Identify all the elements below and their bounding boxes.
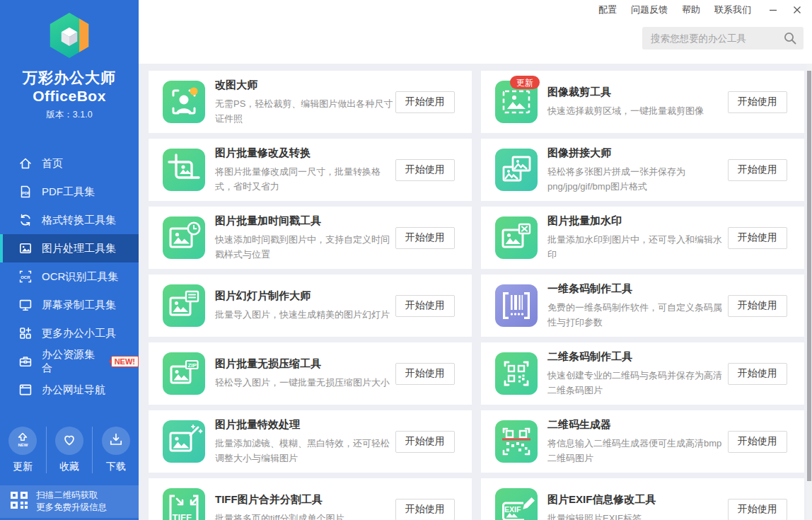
qr-code-icon bbox=[8, 490, 30, 514]
tool-desc: 将信息输入二维码生成器便可生成高清bmp二维码图片 bbox=[547, 436, 728, 466]
menu-item-1[interactable]: 问题反馈 bbox=[631, 4, 668, 16]
tool-desc: 快速创建专业的二维码与条码并保存为高清二维条码图片 bbox=[547, 368, 728, 398]
qr-generate-icon bbox=[495, 420, 538, 463]
id-photo-icon bbox=[163, 81, 205, 123]
timestamp-icon bbox=[163, 216, 205, 259]
sidebar-item-label: 办公资源集合 bbox=[42, 348, 95, 375]
svg-text:PDF: PDF bbox=[22, 191, 30, 195]
tool-card: 二维条码制作工具 快速创建专业的二维码与条码并保存为高清二维条码图片 开始使用 bbox=[481, 342, 804, 405]
minimize-button[interactable] bbox=[768, 5, 778, 15]
start-button[interactable]: 开始使用 bbox=[395, 227, 455, 249]
heart-action[interactable]: 收藏 bbox=[46, 427, 93, 473]
start-button[interactable]: 开始使用 bbox=[728, 295, 787, 317]
tool-card: 改图大师 无需PS，轻松裁剪、编辑图片做出各种尺寸证件照 开始使用 bbox=[149, 71, 472, 133]
start-button[interactable]: 开始使用 bbox=[395, 295, 455, 317]
start-button[interactable]: 开始使用 bbox=[395, 363, 455, 385]
action-label: 收藏 bbox=[47, 461, 93, 473]
tool-desc: 轻松导入图片，一键批量无损压缩图片大小 bbox=[215, 375, 395, 390]
app-subtitle: OfficeBox bbox=[0, 88, 139, 105]
action-label: 下载 bbox=[93, 461, 139, 473]
top-menu: 配置问题反馈帮助联系我们 bbox=[598, 4, 802, 16]
search-input[interactable] bbox=[642, 33, 782, 44]
officebox-logo bbox=[47, 11, 91, 59]
heart-icon bbox=[61, 431, 78, 451]
sidebar-item-label: 办公网址导航 bbox=[42, 383, 105, 397]
tool-card: ZIP 图片批量无损压缩工具 轻松导入图片，一键批量无损压缩图片大小 开始使用 bbox=[149, 342, 472, 405]
tool-title: 图片批量加水印 bbox=[547, 214, 728, 228]
tool-card: 图片幻灯片制作大师 批量导入图片，快速生成精美的图片幻灯片 开始使用 bbox=[149, 275, 472, 337]
sidebar-item-ocr[interactable]: OCR OCR识别工具集 bbox=[0, 262, 139, 291]
download-action[interactable]: 下载 bbox=[92, 427, 139, 473]
tool-title: 二维码生成器 bbox=[547, 418, 728, 432]
sidebar-item-label: 更多办公小工具 bbox=[42, 327, 116, 340]
start-button[interactable]: 开始使用 bbox=[728, 363, 787, 385]
update-icon: NEW bbox=[14, 431, 31, 451]
search-icon[interactable] bbox=[782, 30, 798, 46]
tool-desc: 无需PS，轻松裁剪、编辑图片做出各种尺寸证件照 bbox=[215, 96, 395, 126]
sidebar-item-label: 图片处理工具集 bbox=[42, 242, 116, 255]
svg-text:ZIP: ZIP bbox=[187, 362, 197, 369]
sidebar-item-browser[interactable]: 办公网址导航 bbox=[0, 376, 139, 404]
home-icon bbox=[18, 156, 33, 171]
start-button[interactable]: 开始使用 bbox=[728, 159, 787, 181]
sidebar-actions: NEW 更新 收藏 下载 bbox=[0, 427, 139, 473]
tool-title: 图像裁剪工具 bbox=[547, 86, 728, 99]
start-button[interactable]: 开始使用 bbox=[728, 499, 787, 520]
stitch-icon bbox=[495, 149, 538, 191]
svg-text:EXIF: EXIF bbox=[504, 505, 521, 514]
sidebar-item-more[interactable]: 更多办公小工具 bbox=[0, 319, 139, 347]
tool-desc: 批量将多页的tiff分割成单个图片 bbox=[215, 511, 395, 520]
update-action[interactable]: NEW 更新 bbox=[0, 427, 46, 473]
search-box bbox=[642, 27, 804, 50]
tool-desc: 批量编辑照片EXIF标签 bbox=[547, 511, 728, 520]
watermark-icon bbox=[495, 216, 538, 259]
tool-card: 图像拼接大师 轻松将多张图片拼成一张并保存为png/jpg/gif/bmp图片格… bbox=[481, 139, 804, 201]
tool-desc: 免费的一维条码制作软件，可自定义条码属性与打印参数 bbox=[547, 300, 728, 330]
start-button[interactable]: 开始使用 bbox=[728, 227, 787, 249]
scrollbar-track[interactable] bbox=[806, 64, 812, 520]
close-button[interactable] bbox=[792, 5, 802, 15]
sidebar-item-convert[interactable]: 格式转换工具集 bbox=[0, 206, 139, 234]
menu-item-0[interactable]: 配置 bbox=[598, 4, 617, 16]
qr-text-line2: 更多免费升级信息 bbox=[36, 502, 107, 514]
image-icon bbox=[18, 241, 33, 255]
menu-item-3[interactable]: 联系我们 bbox=[714, 4, 751, 16]
qr-make-icon bbox=[495, 352, 538, 395]
sidebar-item-home[interactable]: 首页 bbox=[0, 149, 139, 178]
tool-card: 图片批量特效处理 批量添加滤镜、模糊、黑白特效，还可轻松调整大小与编辑图片 开始… bbox=[149, 410, 472, 473]
sidebar-item-screen[interactable]: 屏幕录制工具集 bbox=[0, 291, 139, 319]
sidebar: 万彩办公大师 OfficeBox 版本：3.1.0 首页 PDF PDF工具集 … bbox=[0, 0, 139, 520]
tool-card: TIFF TIFF图片合并分割工具 批量将多页的tiff分割成单个图片 开始使用 bbox=[149, 478, 472, 520]
tool-title: 图片批量特效处理 bbox=[215, 418, 395, 432]
sidebar-item-label: PDF工具集 bbox=[42, 185, 95, 199]
tool-desc: 批量添加水印到图片中，还可导入和编辑水印 bbox=[547, 232, 728, 262]
pdf-icon: PDF bbox=[18, 185, 33, 199]
scrollbar-thumb[interactable] bbox=[807, 71, 811, 481]
start-button[interactable]: 开始使用 bbox=[395, 499, 455, 520]
sidebar-item-pdf[interactable]: PDF PDF工具集 bbox=[0, 178, 139, 206]
start-button[interactable]: 开始使用 bbox=[395, 431, 455, 453]
sidebar-item-briefcase[interactable]: 办公资源集合 NEW! bbox=[0, 347, 139, 376]
new-badge: NEW! bbox=[111, 356, 139, 367]
tool-title: 图片幻灯片制作大师 bbox=[215, 289, 395, 303]
more-icon bbox=[18, 326, 33, 340]
header: 配置问题反馈帮助联系我们 bbox=[139, 0, 812, 64]
tool-card: 图片批量修改及转换 将图片批量修改成同一尺寸，批量转换格式，省时又省力 开始使用 bbox=[149, 139, 472, 201]
tool-card: EXIF 图片EXIF信息修改工具 批量编辑照片EXIF标签 开始使用 bbox=[481, 478, 804, 520]
tool-title: 图片批量无损压缩工具 bbox=[215, 357, 395, 371]
barcode-icon bbox=[495, 284, 538, 327]
start-button[interactable]: 开始使用 bbox=[395, 159, 455, 181]
start-button[interactable]: 开始使用 bbox=[395, 91, 455, 113]
start-button[interactable]: 开始使用 bbox=[728, 91, 787, 113]
main-content: 改图大师 无需PS，轻松裁剪、编辑图片做出各种尺寸证件照 开始使用 更新 图像裁… bbox=[139, 64, 812, 520]
tool-desc: 快速添加时间戳到图片中，支持自定义时间戳样式与位置 bbox=[215, 232, 395, 262]
resize-convert-icon bbox=[163, 149, 205, 191]
tool-title: 二维条码制作工具 bbox=[547, 350, 728, 364]
menu-item-2[interactable]: 帮助 bbox=[682, 4, 700, 16]
start-button[interactable]: 开始使用 bbox=[728, 431, 787, 453]
sidebar-item-image[interactable]: 图片处理工具集 bbox=[0, 234, 139, 262]
download-icon bbox=[108, 431, 124, 451]
exif-edit-icon: EXIF bbox=[495, 488, 538, 520]
browser-icon bbox=[18, 383, 33, 397]
tool-title: 改图大师 bbox=[215, 79, 395, 92]
